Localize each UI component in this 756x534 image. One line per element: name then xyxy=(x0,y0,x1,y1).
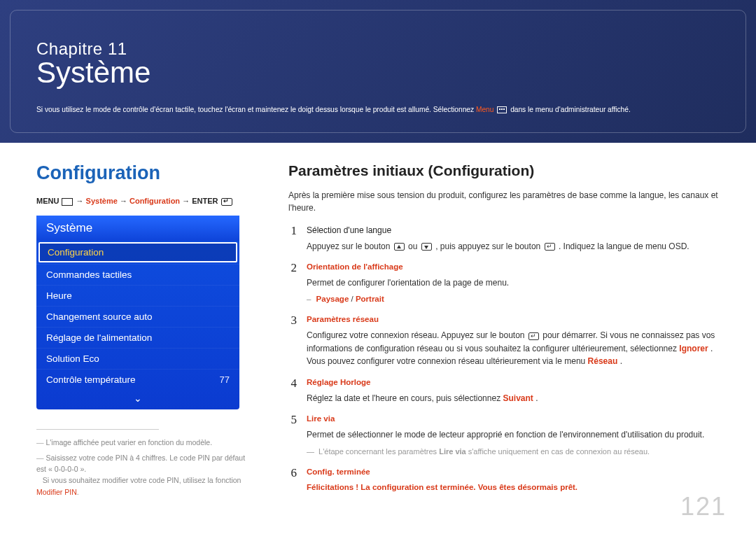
osd-item-label: Configuration xyxy=(48,247,104,258)
step-number: 4 xyxy=(288,377,297,405)
text: . Indiquez la langue de menu OSD. xyxy=(559,241,690,251)
osd-item-label: Heure xyxy=(46,290,72,301)
text: Réglez la date et l'heure en cours, puis… xyxy=(307,393,503,403)
section-title: Configuration xyxy=(36,162,246,184)
highlight-reseau: Réseau xyxy=(588,356,618,366)
step-6: 6 Config. terminée Félicitations ! La co… xyxy=(288,466,720,494)
footnote-highlight: Modifier PIN xyxy=(36,488,77,496)
highlight-lirevia: Lire via xyxy=(439,447,466,456)
hero-note-text: Si vous utilisez le mode de contrôle d'é… xyxy=(36,106,476,113)
enter-icon xyxy=(528,332,539,340)
option-paysage: Paysage xyxy=(316,295,349,303)
footnote-text: L'image affichée peut varier en fonction… xyxy=(46,438,213,447)
dash-icon: ― xyxy=(36,454,44,462)
step-text: Configurez votre connexion réseau. Appuy… xyxy=(307,329,720,368)
step-number: 5 xyxy=(288,413,297,457)
option-portrait: Portrait xyxy=(356,295,384,303)
osd-panel: Système Configuration Commandes tactiles… xyxy=(36,216,239,409)
chapter-title: Système xyxy=(36,56,720,90)
breadcrumb-configuration: Configuration xyxy=(130,197,180,205)
footnote-text: Si vous souhaitez modifier votre code PI… xyxy=(43,476,241,484)
hero-note-menu-highlight: Menu xyxy=(476,106,493,113)
step-note: ― L'étape concernant les paramètres Lire… xyxy=(307,446,720,458)
step-body: Orientation de l'affichage Permet de con… xyxy=(307,261,720,305)
osd-header: Système xyxy=(36,216,239,241)
right-column: Paramètres initiaux (Configuration) Aprè… xyxy=(288,162,720,502)
osd-item-label: Contrôle température xyxy=(46,374,136,385)
osd-item-label: Solution Eco xyxy=(46,353,99,364)
footnote-divider xyxy=(36,429,159,430)
text: . xyxy=(620,356,622,366)
step-options: – Paysage / Portrait xyxy=(307,293,720,306)
menu-grid-icon xyxy=(62,198,73,206)
chevron-down-icon: ⌄ xyxy=(134,393,142,404)
footnote-text: Saisissez votre code PIN à 4 chiffres. L… xyxy=(36,454,245,473)
breadcrumb-arrow: → xyxy=(120,197,130,205)
breadcrumb-arrow: → xyxy=(76,197,86,205)
step-body: Sélection d'une langue Appuyez sur le bo… xyxy=(307,224,720,253)
footnote-2: ―Saisissez votre code PIN à 4 chiffres. … xyxy=(36,452,246,498)
text: Configurez votre connexion réseau. Appuy… xyxy=(307,330,527,340)
step-title: Orientation de l'affichage xyxy=(307,261,720,274)
step-text: Permet de configurer l'orientation de la… xyxy=(307,276,720,290)
osd-item-changement-source-auto[interactable]: Changement source auto xyxy=(36,306,239,327)
enter-icon xyxy=(545,243,555,251)
dash-icon: – xyxy=(307,295,311,303)
step-text: Permet de sélectionner le mode de lecteu… xyxy=(307,428,720,442)
chapter-hero: Chapitre 11 Système Si vous utilisez le … xyxy=(0,0,756,143)
breadcrumb-arrow: → xyxy=(182,197,192,205)
menu-grid-icon xyxy=(497,106,507,113)
step-text: Félicitations ! La configuration est ter… xyxy=(307,482,720,494)
step-1: 1 Sélection d'une langue Appuyez sur le … xyxy=(288,224,720,253)
step-body: Réglage Horloge Réglez la date et l'heur… xyxy=(307,377,720,405)
step-title: Sélection d'une langue xyxy=(307,224,720,237)
step-body: Paramètres réseau Configurez votre conne… xyxy=(307,314,720,368)
footnote-1: ―L'image affichée peut varier en fonctio… xyxy=(36,437,246,448)
step-title: Lire via xyxy=(307,413,720,426)
step-title: Réglage Horloge xyxy=(307,377,720,389)
step-number: 6 xyxy=(288,466,297,494)
step-number: 2 xyxy=(288,261,297,305)
arrow-up-icon xyxy=(394,243,405,251)
breadcrumb-systeme: Système xyxy=(86,197,118,205)
text: s'affiche uniquement en cas de connexion… xyxy=(468,447,650,456)
text: Appuyez sur le bouton xyxy=(307,241,393,251)
osd-item-value: 77 xyxy=(220,374,230,385)
osd-item-reglage-alimentation[interactable]: Réglage de l'alimentation xyxy=(36,327,239,348)
highlight-suivant: Suivant xyxy=(503,393,533,403)
text: , puis appuyez sur le bouton xyxy=(435,241,542,251)
text: L'étape concernant les paramètres xyxy=(318,447,439,456)
subheading: Paramètres initiaux (Configuration) xyxy=(288,162,720,179)
osd-item-label: Réglage de l'alimentation xyxy=(46,332,152,343)
osd-item-configuration[interactable]: Configuration xyxy=(38,242,237,262)
hero-note-suffix: dans le menu d'administrateur affiché. xyxy=(510,106,631,113)
step-text: Réglez la date et l'heure en cours, puis… xyxy=(307,392,720,405)
menu-breadcrumb: MENU → Système → Configuration → ENTER xyxy=(36,197,246,206)
step-title: Paramètres réseau xyxy=(307,314,720,326)
step-number: 3 xyxy=(288,314,297,368)
steps-list: 1 Sélection d'une langue Appuyez sur le … xyxy=(288,224,720,493)
lead-paragraph: Après la première mise sous tension du p… xyxy=(288,189,720,214)
osd-item-label: Changement source auto xyxy=(46,311,153,322)
page-root: Chapitre 11 Système Si vous utilisez le … xyxy=(0,0,756,534)
osd-item-commandes-tactiles[interactable]: Commandes tactiles xyxy=(36,264,239,285)
osd-item-solution-eco[interactable]: Solution Eco xyxy=(36,348,239,369)
text: . xyxy=(536,393,538,403)
osd-item-heure[interactable]: Heure xyxy=(36,285,239,306)
step-2: 2 Orientation de l'affichage Permet de c… xyxy=(288,261,720,305)
dash-icon: ― xyxy=(307,447,314,456)
text: ou xyxy=(408,241,420,251)
page-number: 121 xyxy=(680,492,727,521)
step-3: 3 Paramètres réseau Configurez votre con… xyxy=(288,314,720,368)
dash-icon: ― xyxy=(36,438,44,447)
breadcrumb-menu: MENU xyxy=(36,197,59,205)
arrow-down-icon xyxy=(421,243,432,251)
step-text: Appuyez sur le bouton ou , puis appuyez … xyxy=(307,240,720,253)
step-title: Config. terminée xyxy=(307,466,720,479)
osd-more-down[interactable]: ⌄ xyxy=(36,390,239,404)
footnote-text: . xyxy=(77,488,79,496)
step-5: 5 Lire via Permet de sélectionner le mod… xyxy=(288,413,720,457)
left-column: Configuration MENU → Système → Configura… xyxy=(36,162,246,502)
osd-item-controle-temperature[interactable]: Contrôle température 77 xyxy=(36,369,239,390)
step-body: Lire via Permet de sélectionner le mode … xyxy=(307,413,720,457)
